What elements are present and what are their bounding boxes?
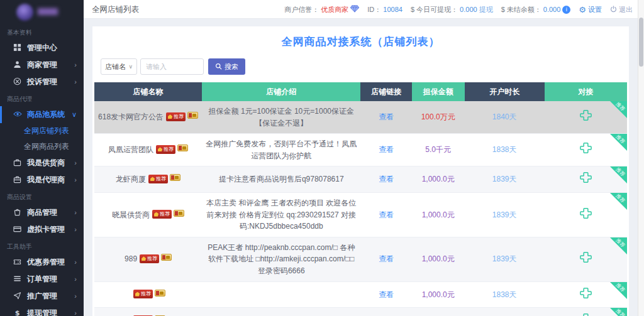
chevron-right-icon: › (74, 221, 77, 238)
sidebar: 基本资料 管理中心 商家管理 › 投诉管理 › 商品代理 商品池系统 ∨ 全网店… (0, 0, 84, 316)
power-icon[interactable] (610, 6, 617, 14)
table-row: 凤凰运营团队推荐 全网推广免费发布，否则平台不予通过！凤凰运营团队为你护航 查看… (94, 134, 627, 166)
deposit-amount: 1,000.0元 (412, 281, 465, 308)
sidebar-subitem-goods-list[interactable]: 全网商品列表 (0, 139, 84, 155)
view-link[interactable]: 查看 (379, 145, 394, 154)
sidebar-item-complaint-mgmt[interactable]: 投诉管理 › (0, 74, 84, 90)
col-shop-intro: 店铺介绍 (202, 82, 360, 101)
sidebar-section-tools: 工具助手 (0, 238, 84, 254)
sidebar-item-merchant-mgmt[interactable]: 商家管理 › (0, 57, 84, 74)
content-area: 全网商品对接系统（店铺列表） 店铺名 ∨ 搜索 (84, 19, 638, 316)
select-value: 店铺名 (105, 62, 126, 72)
account-age: 1839天 (465, 237, 545, 281)
chevron-right-icon: › (74, 204, 77, 221)
sidebar-item-promotion-mgmt[interactable]: 推广管理 › (0, 288, 84, 305)
credit-label: 商户信誉： (284, 5, 319, 14)
card-icon (13, 221, 22, 238)
thumbs-up-icon (150, 177, 155, 181)
view-link[interactable]: 查看 (379, 112, 394, 121)
view-link[interactable]: 查看 (379, 210, 394, 219)
agent-icon (13, 172, 22, 188)
col-deposit: 担保金额 (412, 82, 465, 101)
chevron-right-icon: › (74, 305, 77, 316)
shop-name: 晓晨供货商 (112, 210, 150, 219)
search-bar: 店铺名 ∨ 搜索 (101, 58, 627, 75)
sidebar-item-product-mgmt[interactable]: 商品管理 › (0, 204, 84, 221)
deposit-amount: 5.0千元 (412, 134, 465, 166)
sidebar-subitem-shop-list[interactable]: 全网店铺列表 (0, 123, 84, 139)
promo-icon (13, 288, 22, 305)
sidebar-item-admin-center[interactable]: 管理中心 (0, 40, 84, 57)
credit-value: 优质商家 (321, 5, 348, 14)
table-row: 推荐 查看 1,000.0元 1838天 推荐 (94, 281, 627, 308)
shop-intro: 提卡注意看商品说明售后q978078617 (202, 166, 360, 193)
search-input[interactable] (140, 58, 204, 75)
recommend-badge-icon: 推荐 (156, 145, 175, 154)
sidebar-item-product-pool[interactable]: 商品池系统 ∨ (0, 106, 84, 123)
sidebar-item-supplier[interactable]: 我是供货商 › (0, 155, 84, 172)
account-age: 1838天 (465, 134, 545, 166)
user-icon (13, 57, 22, 74)
shop-name: 凤凰运营团队 (108, 145, 153, 154)
gear-icon[interactable]: ⚙ (579, 5, 586, 14)
sidebar-item-agent[interactable]: 我是代理商 › (0, 172, 84, 188)
sidebar-item-withdraw-mgmt[interactable]: $提现管理 › (0, 305, 84, 316)
app-logo (0, 0, 84, 24)
shop-intro (202, 281, 360, 308)
search-field-select[interactable]: 店铺名 ∨ (101, 58, 137, 75)
withdraw-link[interactable]: 提现 (479, 5, 493, 14)
deposit-amount: 1,000.0元 (412, 237, 465, 281)
col-shop-link: 店铺链接 (360, 82, 411, 101)
connect-plus-button[interactable] (579, 109, 592, 126)
table-row: 晓晨供货商推荐 本店主卖 和评金鹰 王者农药的项目 欢迎各位前来对接 价格肯定到… (94, 192, 627, 237)
sidebar-section-product-settings: 商品设置 (0, 188, 84, 204)
chevron-right-icon: › (74, 155, 77, 172)
shop-table: 店铺名称 店铺介绍 店铺链接 担保金额 开户时长 对接 618发卡网官方公告推荐… (94, 82, 627, 316)
gold-medal-badge-icon (155, 290, 165, 297)
logout-button[interactable]: 退出 (619, 5, 633, 14)
withdrawable-label: $ 今日可提现： (411, 5, 458, 14)
page-title: 全网商品对接系统（店铺列表） (94, 26, 627, 49)
connect-plus-button[interactable] (579, 171, 592, 188)
sidebar-item-coupon-mgmt[interactable]: 优惠券管理 › (0, 254, 84, 271)
account-age: 1839天 (465, 308, 545, 316)
connect-plus-button[interactable] (579, 207, 592, 224)
connect-plus-button[interactable] (579, 286, 592, 303)
view-link[interactable]: 查看 (379, 254, 394, 263)
scrollbar-thumb[interactable] (639, 18, 643, 67)
sidebar-item-order-mgmt[interactable]: 订单管理 › (0, 271, 84, 288)
page-scrollbar (638, 0, 644, 316)
search-button[interactable]: 搜索 (208, 58, 245, 75)
thumbs-up-icon (142, 256, 146, 261)
merchant-id-value: 10084 (383, 6, 402, 13)
chevron-right-icon: › (74, 288, 77, 305)
connect-plus-button[interactable] (579, 141, 592, 158)
coupon-icon (13, 254, 22, 271)
deposit-amount: 1,000.0元 (412, 166, 465, 193)
recommend-badge-icon: 推荐 (148, 175, 168, 183)
table-row: 龙虾商厦推荐 提卡注意看商品说明售后q978078617 查看 1,000.0元… (94, 166, 627, 193)
chevron-right-icon: › (74, 57, 77, 74)
connect-plus-button[interactable] (579, 251, 592, 268)
table-row: 618发卡网官方公告推荐 担保金额 1元=100保证金 10元=1000保证金 … (94, 101, 627, 134)
sidebar-item-virtual-card-mgmt[interactable]: 虚拟卡管理 › (0, 221, 84, 238)
topbar: 全网店铺列表 商户信誉： 优质商家 ID： 10084 $ 今日可提现： 0.0… (84, 0, 638, 19)
account-age: 1839天 (465, 192, 545, 237)
view-link[interactable]: 查看 (379, 290, 394, 299)
thumbs-up-icon (168, 114, 172, 119)
topbar-right: 商户信誉： 优质商家 ID： 10084 $ 今日可提现： 0.000 提现 $… (284, 0, 633, 19)
page: 基本资料 管理中心 商家管理 › 投诉管理 › 商品代理 商品池系统 ∨ 全网店… (0, 0, 644, 316)
gold-medal-badge-icon (174, 210, 184, 217)
info-icon[interactable]: i (562, 6, 570, 14)
sidebar-section-basic: 基本资料 (0, 24, 84, 40)
merchant-id-label: ID： (367, 5, 381, 14)
account-age: 1840天 (465, 101, 545, 134)
connect-plus-button[interactable] (579, 312, 592, 316)
settings-button[interactable]: 设置 (588, 5, 602, 14)
shop-intro: 担保金额 1元=100保证金 10元=1000保证金 【保证金不退】 (202, 101, 360, 134)
complaint-icon (13, 74, 22, 90)
search-icon (215, 63, 222, 71)
chevron-right-icon: › (74, 74, 77, 90)
gold-medal-badge-icon (161, 254, 172, 261)
view-link[interactable]: 查看 (379, 175, 394, 183)
